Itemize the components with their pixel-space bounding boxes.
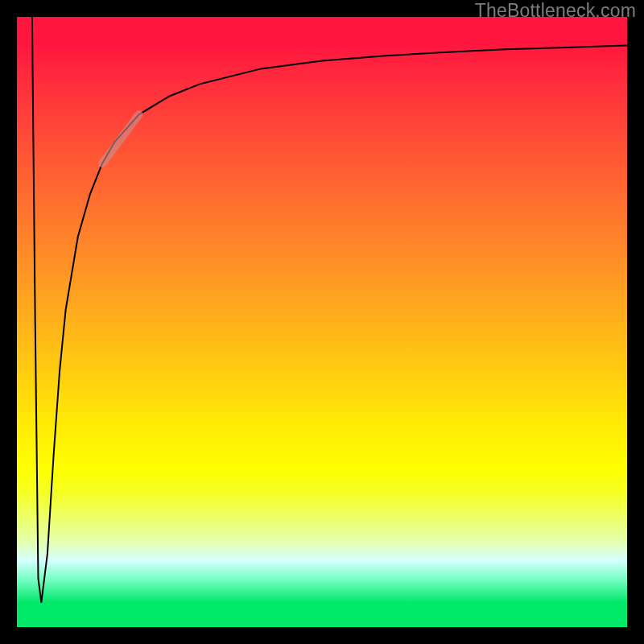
plot-area — [17, 17, 627, 627]
watermark-label: TheBottleneck.com — [475, 0, 636, 22]
chart-frame: TheBottleneck.com — [0, 0, 644, 644]
